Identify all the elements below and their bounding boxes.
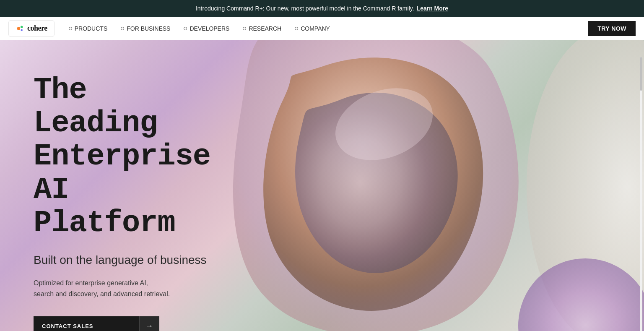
navbar: cohere PRODUCTS FOR BUSINESS DEVELOPERS …: [0, 17, 644, 40]
scrollbar[interactable]: [640, 57, 642, 331]
scrollbar-thumb[interactable]: [640, 57, 642, 91]
try-now-button[interactable]: TRY NOW: [588, 21, 636, 36]
hero-subtitle: Built on the language of business: [34, 253, 226, 268]
nav-item-company[interactable]: COMPANY: [289, 22, 336, 35]
nav-links: PRODUCTS FOR BUSINESS DEVELOPERS RESEARC…: [63, 22, 589, 35]
nav-item-for-business[interactable]: FOR BUSINESS: [115, 22, 176, 35]
nav-item-developers[interactable]: DEVELOPERS: [178, 22, 235, 35]
logo-link[interactable]: cohere: [8, 20, 55, 37]
nav-dot-company: [295, 27, 298, 30]
contact-sales-arrow-icon: →: [139, 316, 159, 331]
nav-item-products[interactable]: PRODUCTS: [63, 22, 114, 35]
hero-art: [225, 40, 644, 331]
cohere-logo-icon: [16, 24, 25, 33]
contact-sales-label: CONTACT SALES: [34, 323, 139, 329]
svg-point-2: [21, 29, 23, 31]
nav-item-research[interactable]: RESEARCH: [237, 22, 287, 35]
nav-dot-developers: [184, 27, 187, 30]
nav-dot-for-business: [121, 27, 124, 30]
hero-title: The Leading Enterprise AI Platform: [34, 74, 226, 240]
announcement-text: Introducing Command R+: Our new, most po…: [196, 5, 414, 12]
announcement-link[interactable]: Learn More: [417, 5, 448, 12]
nav-dot-products: [69, 27, 72, 30]
hero-content: The Leading Enterprise AI Platform Built…: [0, 40, 252, 331]
announcement-banner: Introducing Command R+: Our new, most po…: [0, 0, 644, 17]
hero-description: Optimized for enterprise generative AI, …: [34, 278, 210, 299]
contact-sales-button[interactable]: CONTACT SALES →: [34, 316, 159, 331]
hero-buttons: CONTACT SALES → TRY THE PLAYGROUND: [34, 316, 159, 331]
hero-section: The Leading Enterprise AI Platform Built…: [0, 40, 644, 331]
nav-dot-research: [243, 27, 246, 30]
svg-point-1: [21, 26, 23, 28]
svg-point-0: [17, 27, 20, 30]
logo-text: cohere: [27, 24, 47, 33]
